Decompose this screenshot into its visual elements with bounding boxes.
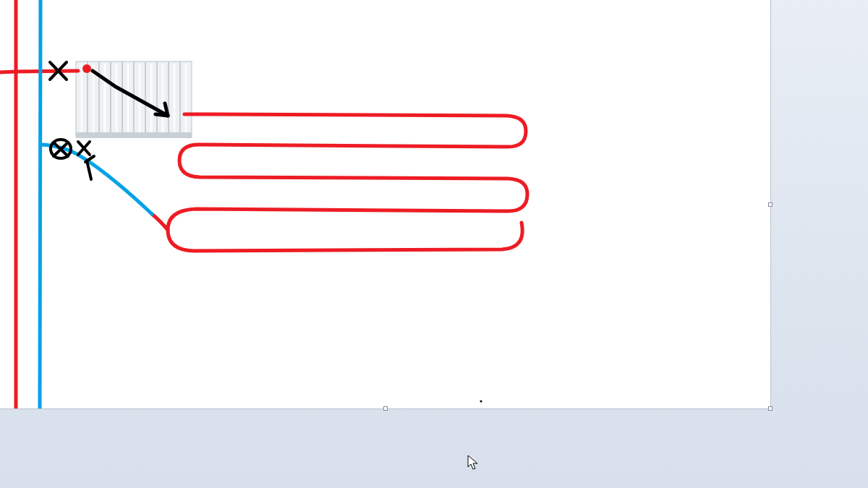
drawing-canvas[interactable] [0,0,771,409]
canvas-handle-corner[interactable] [768,406,773,411]
stray-dot [480,400,482,402]
svg-rect-20 [76,132,192,138]
diagram-svg [0,0,770,408]
return-valve-scribble [51,140,94,179]
return-riser [40,0,41,408]
serpentine-return-blue [41,145,152,214]
serpentine-return-red [152,214,168,230]
cursor-icon [467,455,479,471]
supply-inlet-dot [82,64,91,73]
serpentine-loop [168,114,527,251]
canvas-handle-right[interactable] [768,202,773,207]
canvas-handle-bottom[interactable] [383,406,388,411]
